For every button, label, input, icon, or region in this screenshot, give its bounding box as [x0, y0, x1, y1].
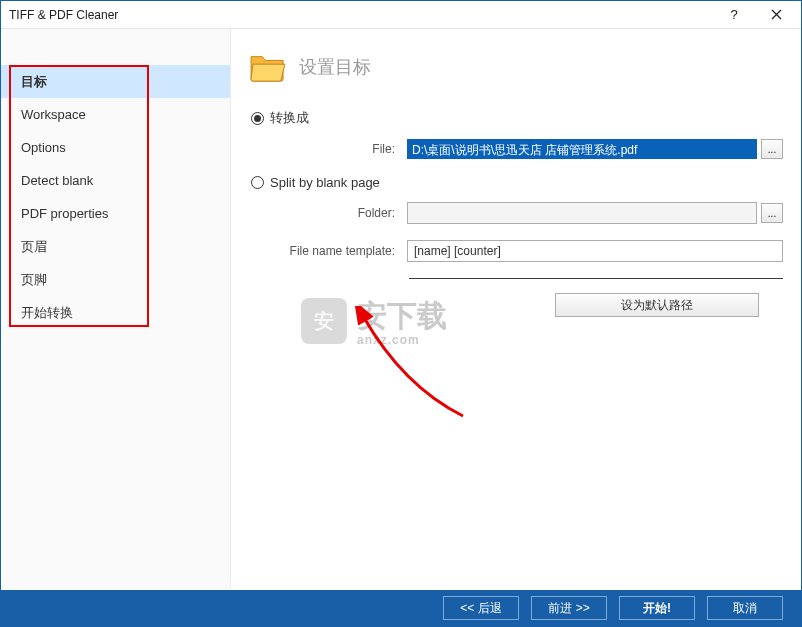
footer: << 后退 前进 >> 开始! 取消 — [1, 590, 801, 626]
back-button[interactable]: << 后退 — [443, 596, 519, 620]
template-row: File name template: — [249, 240, 783, 262]
radio-split[interactable]: Split by blank page — [251, 175, 783, 190]
sidebar-item-header[interactable]: 页眉 — [1, 230, 230, 263]
folder-row: Folder: ... — [249, 202, 783, 224]
close-icon — [771, 9, 782, 20]
sidebar-item-options[interactable]: Options — [1, 131, 230, 164]
titlebar: TIFF & PDF Cleaner ? — [1, 1, 801, 29]
close-button[interactable] — [755, 2, 797, 28]
app-window: TIFF & PDF Cleaner ? 目标 Workspace Option… — [0, 0, 802, 627]
browse-file-button[interactable]: ... — [761, 139, 783, 159]
body: 目标 Workspace Options Detect blank PDF pr… — [1, 29, 801, 590]
sidebar-item-label: 页脚 — [21, 271, 47, 289]
window-title: TIFF & PDF Cleaner — [9, 8, 713, 22]
sidebar-item-pdf-properties[interactable]: PDF properties — [1, 197, 230, 230]
sidebar-item-label: Workspace — [21, 107, 86, 122]
sidebar-item-label: 目标 — [21, 73, 47, 91]
default-path-button[interactable]: 设为默认路径 — [555, 293, 759, 317]
divider — [409, 278, 783, 279]
template-label: File name template: — [249, 244, 407, 258]
content-header: 设置目标 — [249, 51, 783, 83]
page-title: 设置目标 — [299, 55, 371, 79]
cancel-button[interactable]: 取消 — [707, 596, 783, 620]
start-button[interactable]: 开始! — [619, 596, 695, 620]
sidebar-item-label: PDF properties — [21, 206, 108, 221]
radio-icon — [251, 176, 264, 189]
radio-convert[interactable]: 转换成 — [251, 109, 783, 127]
content-panel: 设置目标 转换成 File: D:\桌面\说明书\思迅天店 店铺管理系统.pdf… — [231, 29, 801, 590]
file-path-input[interactable]: D:\桌面\说明书\思迅天店 店铺管理系统.pdf — [407, 139, 757, 159]
sidebar-item-detect-blank[interactable]: Detect blank — [1, 164, 230, 197]
folder-icon — [249, 51, 287, 83]
next-button[interactable]: 前进 >> — [531, 596, 607, 620]
radio-label: Split by blank page — [270, 175, 380, 190]
sidebar-item-footer[interactable]: 页脚 — [1, 263, 230, 296]
sidebar-item-label: 开始转换 — [21, 304, 73, 322]
help-button[interactable]: ? — [713, 2, 755, 28]
sidebar: 目标 Workspace Options Detect blank PDF pr… — [1, 29, 231, 590]
sidebar-item-label: 页眉 — [21, 238, 47, 256]
file-row: File: D:\桌面\说明书\思迅天店 店铺管理系统.pdf ... — [249, 139, 783, 159]
folder-path-input — [407, 202, 757, 224]
sidebar-item-start-convert[interactable]: 开始转换 — [1, 296, 230, 329]
sidebar-item-workspace[interactable]: Workspace — [1, 98, 230, 131]
radio-label: 转换成 — [270, 109, 309, 127]
browse-folder-button[interactable]: ... — [761, 203, 783, 223]
folder-label: Folder: — [249, 206, 407, 220]
radio-icon — [251, 112, 264, 125]
file-label: File: — [249, 142, 407, 156]
sidebar-item-target[interactable]: 目标 — [1, 65, 230, 98]
sidebar-item-label: Options — [21, 140, 66, 155]
sidebar-item-label: Detect blank — [21, 173, 93, 188]
template-input[interactable] — [407, 240, 783, 262]
